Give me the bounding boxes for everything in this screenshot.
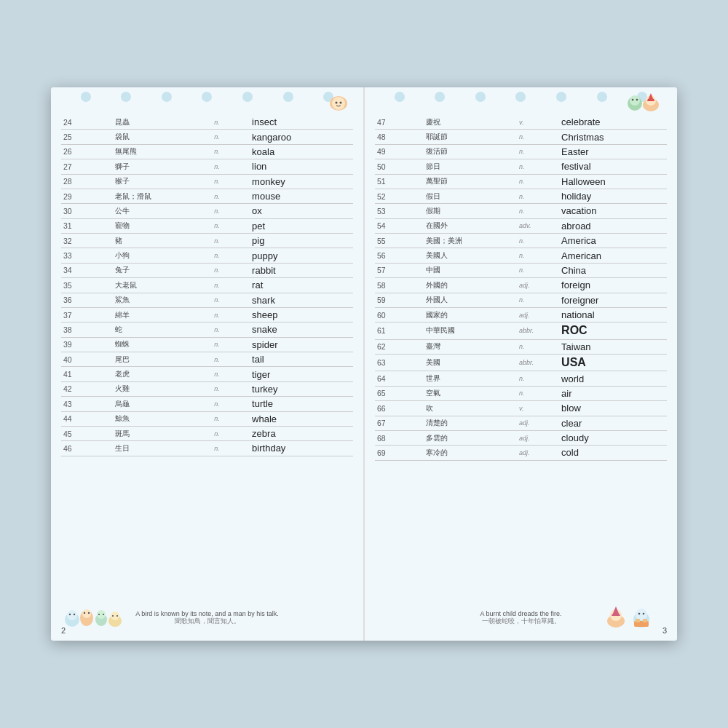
- left-quote: A bird is known by its note, and a man b…: [61, 610, 353, 626]
- row-number: 49: [375, 144, 424, 159]
- row-chinese: 吹: [424, 401, 518, 416]
- row-english: holiday: [559, 189, 667, 203]
- row-number: 33: [61, 248, 113, 263]
- row-number: 41: [61, 367, 113, 381]
- table-row: 67 清楚的 adj. clear: [375, 416, 667, 430]
- row-pos: abbr.: [517, 355, 559, 371]
- table-row: 45 斑馬 n. zebra: [61, 426, 353, 440]
- svg-point-13: [88, 612, 90, 614]
- row-pos: adj.: [517, 278, 559, 293]
- table-row: 40 尾巴 n. tail: [61, 352, 353, 367]
- table-row: 46 生日 n. birthday: [61, 441, 353, 456]
- row-number: 61: [375, 323, 424, 339]
- row-number: 57: [375, 263, 424, 277]
- row-english: mouse: [250, 189, 353, 203]
- table-row: 42 火雞 n. turkey: [61, 381, 353, 396]
- table-row: 30 公牛 n. ox: [61, 204, 353, 218]
- svg-point-15: [97, 610, 106, 619]
- table-row: 53 假期 n. vacation: [375, 204, 667, 218]
- table-row: 50 節日 n. festival: [375, 159, 667, 174]
- row-chinese: 假期: [424, 204, 518, 218]
- row-number: 25: [61, 130, 113, 144]
- row-chinese: 復活節: [424, 144, 518, 159]
- row-number: 53: [375, 204, 424, 218]
- row-chinese: 寵物: [113, 218, 213, 233]
- svg-point-21: [116, 615, 118, 617]
- row-chinese: 生日: [113, 441, 213, 456]
- dot: [395, 92, 405, 102]
- table-row: 63 美國 abbr. USA: [375, 355, 667, 371]
- table-row: 28 猴子 n. monkey: [61, 174, 353, 189]
- table-row: 54 在國外 adv. abroad: [375, 218, 667, 233]
- row-chinese: 大老鼠: [113, 278, 213, 293]
- row-english: celebrate: [559, 115, 667, 130]
- row-pos: n.: [212, 381, 250, 396]
- row-chinese: 中國: [424, 263, 518, 277]
- row-number: 64: [375, 371, 424, 386]
- table-row: 59 外國人 n. foreigner: [375, 293, 667, 307]
- row-number: 62: [375, 339, 424, 354]
- dot: [556, 92, 566, 102]
- row-chinese: 外國的: [424, 278, 518, 293]
- row-pos: n.: [212, 278, 250, 293]
- row-pos: v.: [517, 115, 559, 130]
- svg-point-8: [69, 614, 71, 615]
- row-english: cold: [559, 446, 667, 460]
- row-english: cloudy: [559, 430, 667, 445]
- row-number: 27: [61, 159, 113, 174]
- dot: [81, 92, 91, 102]
- row-english: Christmas: [559, 130, 667, 144]
- table-row: 26 無尾熊 n. koala: [61, 144, 353, 159]
- row-chinese: 在國外: [424, 218, 518, 233]
- left-mascot: [325, 90, 352, 116]
- row-pos: n.: [212, 441, 250, 456]
- row-pos: n.: [517, 159, 559, 174]
- row-number: 28: [61, 174, 113, 189]
- row-pos: n.: [212, 263, 250, 277]
- table-row: 58 外國的 adj. foreign: [375, 278, 667, 293]
- row-pos: n.: [517, 144, 559, 159]
- row-english: puppy: [250, 248, 353, 263]
- row-pos: n.: [517, 204, 559, 218]
- row-pos: n.: [212, 174, 250, 189]
- table-row: 27 獅子 n. lion: [61, 159, 353, 174]
- row-chinese: 無尾熊: [113, 144, 213, 159]
- row-chinese: 清楚的: [424, 416, 518, 430]
- svg-point-12: [84, 612, 85, 614]
- table-row: 43 烏龜 n. turtle: [61, 397, 353, 411]
- row-english: pig: [250, 234, 353, 248]
- row-number: 39: [61, 337, 113, 352]
- row-number: 36: [61, 293, 113, 307]
- row-pos: adj.: [517, 307, 559, 322]
- row-pos: n.: [212, 323, 250, 337]
- svg-rect-37: [612, 614, 620, 616]
- row-chinese: 中華民國: [424, 323, 518, 339]
- row-pos: v.: [517, 401, 559, 416]
- row-number: 34: [61, 263, 113, 277]
- row-pos: n.: [517, 174, 559, 189]
- row-chinese: 臺灣: [424, 339, 518, 354]
- right-page-number: 3: [662, 626, 667, 635]
- row-english: tiger: [250, 367, 353, 381]
- row-english: insect: [250, 115, 353, 130]
- row-number: 47: [375, 115, 424, 130]
- row-english: pet: [250, 218, 353, 233]
- row-pos: n.: [212, 144, 250, 159]
- row-chinese: 火雞: [113, 381, 213, 396]
- svg-point-7: [67, 610, 77, 620]
- row-chinese: 公牛: [113, 204, 213, 218]
- left-dot-decoration: [51, 92, 363, 102]
- table-row: 62 臺灣 n. Taiwan: [375, 339, 667, 354]
- table-row: 61 中華民國 abbr. ROC: [375, 323, 667, 339]
- row-pos: n.: [212, 367, 250, 381]
- row-chinese: 斑馬: [113, 426, 213, 440]
- row-chinese: 鯨魚: [113, 411, 213, 426]
- table-row: 36 鯊魚 n. shark: [61, 293, 353, 307]
- row-english: monkey: [250, 174, 353, 189]
- dot: [242, 92, 253, 102]
- row-english: American: [559, 248, 667, 263]
- table-row: 41 老虎 n. tiger: [61, 367, 353, 381]
- svg-point-25: [636, 99, 638, 101]
- dot: [283, 92, 293, 102]
- row-english: whale: [250, 411, 353, 426]
